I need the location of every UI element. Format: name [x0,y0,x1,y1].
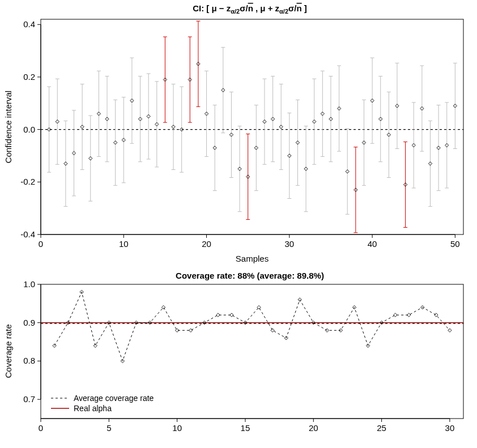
svg-text:40: 40 [368,239,377,249]
svg-text:10: 10 [119,239,129,249]
svg-text:-0.4: -0.4 [20,229,35,239]
svg-text:0.8: 0.8 [23,356,35,365]
stat-figure: CI: [ μ − zα/2σ/n , μ + zα/2σ/n ] Confid… [0,0,477,448]
ci-x-axis-label: Samples [236,254,269,263]
svg-text:30: 30 [284,239,294,249]
svg-text:50: 50 [450,239,460,249]
coverage-point [393,313,397,317]
svg-text:30: 30 [445,423,455,433]
svg-text:10: 10 [172,423,182,433]
svg-text:0.9: 0.9 [23,318,35,327]
svg-text:0: 0 [39,423,43,433]
coverage-y-ticks: 0.70.80.91.0 [23,279,41,404]
coverage-series-line [54,292,450,361]
ci-plot-frame [41,19,463,234]
legend-real-alpha-label: Real alpha [74,404,112,413]
coverage-series-points [53,290,452,362]
coverage-point [53,344,56,347]
svg-text:20: 20 [309,423,318,433]
svg-text:0.7: 0.7 [23,394,35,404]
coverage-x-ticks: 051015202530 [39,419,454,433]
svg-text:0.0: 0.0 [23,125,35,134]
coverage-point [189,328,193,332]
coverage-plot-title: Coverage rate: 88% (average: 89.8%) [176,271,324,280]
coverage-legend: Average coverage rate Real alpha [51,394,154,413]
svg-text:1.0: 1.0 [23,279,35,289]
svg-text:0.2: 0.2 [23,72,35,82]
svg-text:0.4: 0.4 [23,19,35,29]
coverage-point [93,344,97,347]
svg-text:20: 20 [202,239,211,249]
legend-avg-label: Average coverage rate [74,394,154,403]
coverage-point [435,313,438,317]
svg-text:25: 25 [377,423,386,433]
svg-text:15: 15 [241,423,250,433]
ci-y-axis-label: Confidence interval [3,91,13,163]
coverage-point [271,328,274,332]
coverage-point [161,305,165,309]
ci-y-ticks: -0.4-0.20.00.20.4 [20,19,41,239]
coverage-plot: Coverage rate: 88% (average: 89.8%) Cove… [3,271,463,433]
svg-text:0: 0 [39,239,43,249]
ci-x-ticks: 01020304050 [39,234,460,249]
svg-text:-0.2: -0.2 [20,177,35,186]
coverage-y-axis-label: Coverage rate [3,324,13,378]
ci-plot: CI: [ μ − zα/2σ/n , μ + zα/2σ/n ] Confid… [3,3,463,263]
svg-text:5: 5 [107,423,111,433]
ci-error-bars [47,21,457,233]
ci-plot-title: CI: [ μ − zα/2σ/n , μ + zα/2σ/n ] [193,3,307,15]
